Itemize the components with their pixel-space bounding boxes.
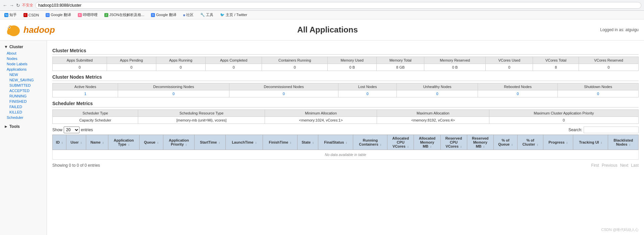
col-max-cluster-app-priority: Maximum Cluster Application Priority bbox=[489, 110, 638, 117]
sidebar-item-new-saving[interactable]: NEW_SAVING bbox=[0, 77, 47, 83]
col-apps-running: Apps Running bbox=[156, 57, 205, 64]
th-running-containers[interactable]: RunningContainers ↕ bbox=[353, 135, 387, 150]
pagination-last: Last bbox=[631, 163, 639, 168]
bookmark-google-translate-1[interactable]: G Google 翻译 bbox=[44, 12, 73, 18]
val-rebooted-nodes[interactable]: 0 bbox=[478, 90, 558, 97]
sidebar: ▼ Cluster About Nodes Node Labels Applic… bbox=[0, 41, 47, 235]
val-apps-completed: 0 bbox=[206, 64, 262, 71]
tools-section-header[interactable]: ► Tools bbox=[0, 123, 47, 130]
zhihu-icon: 知 bbox=[4, 13, 8, 17]
search-input[interactable] bbox=[584, 127, 639, 133]
th-finalstatus[interactable]: FinalStatus ↕ bbox=[318, 135, 353, 150]
bookmark-twitter[interactable]: 🐦 主页 / Twitter bbox=[218, 12, 249, 18]
sidebar-item-new[interactable]: NEW bbox=[0, 72, 47, 77]
sort-finishtime-icon: ↕ bbox=[290, 141, 291, 144]
json-icon: J bbox=[104, 13, 108, 17]
pagination-previous: Previous bbox=[602, 163, 618, 168]
sort-starttime-icon: ↕ bbox=[219, 141, 220, 144]
th-state[interactable]: State ↕ bbox=[297, 135, 318, 150]
val-shutdown-nodes[interactable]: 0 bbox=[558, 90, 639, 97]
sidebar-item-accepted[interactable]: ACCEPTED bbox=[0, 88, 47, 93]
th-reserved-memory[interactable]: ReservedMemoryMB ↕ bbox=[467, 135, 493, 150]
sidebar-item-nodes[interactable]: Nodes bbox=[0, 56, 47, 61]
sidebar-item-applications[interactable]: Applications bbox=[0, 67, 47, 72]
bookmark-csdn[interactable]: C CSDN bbox=[22, 12, 41, 18]
th-blacklisted-nodes[interactable]: BlacklistedNodes ↕ bbox=[608, 135, 639, 150]
th-allocated-memory[interactable]: AllocatedMemoryMB ↕ bbox=[414, 135, 440, 150]
hadoop-elephant-icon bbox=[5, 21, 22, 38]
bookmark-tools[interactable]: 🔧 工具 bbox=[199, 12, 215, 18]
th-allocated-cpu[interactable]: AllocatedCPUVCores ↕ bbox=[387, 135, 414, 150]
no-data-row: No data available in table bbox=[53, 150, 639, 160]
entries-select[interactable]: 20 50 100 bbox=[64, 127, 79, 133]
sidebar-item-running[interactable]: RUNNING bbox=[0, 93, 47, 99]
csdn-icon: C bbox=[23, 13, 28, 17]
col-maximum-allocation: Maximum Allocation bbox=[377, 110, 489, 117]
sort-pct-queue-icon: ↕ bbox=[512, 143, 513, 146]
th-pct-cluster[interactable]: % ofCluster ↕ bbox=[518, 135, 543, 150]
val-maximum-allocation: <memory:8192, vCores:4> bbox=[377, 117, 489, 124]
th-queue[interactable]: Queue ↕ bbox=[139, 135, 163, 150]
sidebar-item-failed[interactable]: FAILED bbox=[0, 104, 47, 109]
page-title: All Applications bbox=[297, 25, 358, 34]
sort-pct-cluster-icon: ↕ bbox=[537, 143, 538, 146]
val-memory-total: 8 GB bbox=[377, 64, 424, 71]
val-scheduling-resource-type: [memory-mb (unit=Mi), vcores] bbox=[138, 117, 265, 124]
col-apps-submitted: Apps Submitted bbox=[53, 57, 107, 64]
col-vcores-reserved: VCores Reserved bbox=[579, 57, 639, 64]
th-user[interactable]: User ↕ bbox=[66, 135, 86, 150]
sidebar-item-submitted[interactable]: SUBMITTED bbox=[0, 83, 47, 88]
sidebar-item-killed[interactable]: KILLED bbox=[0, 109, 47, 115]
main-layout: ▼ Cluster About Nodes Node Labels Applic… bbox=[0, 41, 644, 235]
bookmark-json[interactable]: J JSON在线解析及格... bbox=[103, 12, 146, 18]
bookmark-zhihu[interactable]: 知 知乎 bbox=[3, 12, 18, 18]
sidebar-item-about[interactable]: About bbox=[0, 51, 47, 56]
cluster-nodes-metrics-header: Cluster Nodes Metrics bbox=[52, 74, 639, 81]
cluster-metrics-header: Cluster Metrics bbox=[52, 48, 639, 55]
pagination-first: First bbox=[591, 163, 599, 168]
col-vcores-total: VCores Total bbox=[533, 57, 579, 64]
sidebar-item-finished[interactable]: FINISHED bbox=[0, 99, 47, 104]
cluster-section-header[interactable]: ▼ Cluster bbox=[0, 43, 47, 51]
sort-queue-icon: ↕ bbox=[157, 141, 159, 144]
th-name[interactable]: Name ↕ bbox=[86, 135, 108, 150]
pagination-next: Next bbox=[620, 163, 629, 168]
th-application-priority[interactable]: ApplicationPriority ↕ bbox=[163, 135, 195, 150]
th-application-type[interactable]: ApplicationType ↕ bbox=[108, 135, 140, 150]
val-decommissioned-nodes[interactable]: 0 bbox=[229, 90, 338, 97]
val-apps-pending: 0 bbox=[107, 64, 156, 71]
sort-name-icon: ↕ bbox=[102, 141, 104, 144]
val-active-nodes[interactable]: 1 bbox=[53, 90, 118, 97]
val-lost-nodes[interactable]: 0 bbox=[338, 90, 397, 97]
col-vcores-used: VCores Used bbox=[486, 57, 533, 64]
col-rebooted-nodes: Rebooted Nodes bbox=[478, 83, 558, 90]
th-reserved-cpu[interactable]: ReservedCPUVCores ↕ bbox=[440, 135, 467, 150]
th-pct-queue[interactable]: % ofQueue ↕ bbox=[493, 135, 518, 150]
val-unhealthy-nodes[interactable]: 0 bbox=[396, 90, 478, 97]
back-button[interactable]: ← bbox=[3, 3, 7, 8]
val-decommissioning-nodes[interactable]: 0 bbox=[118, 90, 229, 97]
sidebar-item-scheduler[interactable]: Scheduler bbox=[0, 115, 47, 120]
bookmark-community[interactable]: ■ 社区 bbox=[181, 12, 196, 18]
th-starttime[interactable]: StartTime ↕ bbox=[195, 135, 226, 150]
val-max-cluster-app-priority: 0 bbox=[489, 117, 638, 124]
val-apps-submitted: 0 bbox=[53, 64, 107, 71]
th-progress[interactable]: Progress ↕ bbox=[543, 135, 573, 150]
forward-button[interactable]: → bbox=[9, 3, 14, 8]
search-box: Search: bbox=[569, 127, 639, 133]
hadoop-logo: hadoop bbox=[5, 21, 55, 38]
sidebar-item-node-labels[interactable]: Node Labels bbox=[0, 61, 47, 67]
th-finishtime[interactable]: FinishTime ↕ bbox=[263, 135, 298, 150]
bookmark-google-translate-2[interactable]: G Google 翻译 bbox=[149, 12, 178, 18]
th-launchtime[interactable]: LaunchTime ↕ bbox=[226, 135, 263, 150]
browser-bar: ← → ↻ 不安全 bbox=[0, 0, 644, 11]
col-memory-total: Memory Total bbox=[377, 57, 424, 64]
sort-launchtime-icon: ↕ bbox=[255, 141, 257, 144]
th-id[interactable]: ID ↕ bbox=[53, 135, 66, 150]
address-bar[interactable] bbox=[35, 2, 641, 9]
entries-label: entries bbox=[81, 128, 93, 132]
refresh-button[interactable]: ↻ bbox=[16, 3, 20, 8]
pagination: Showing 0 to 0 of 0 entries First Previo… bbox=[52, 162, 639, 169]
bookmark-bilibili[interactable]: B 哔哩哔哩 bbox=[76, 12, 99, 18]
th-tracking-ui[interactable]: Tracking UI ↕ bbox=[573, 135, 608, 150]
